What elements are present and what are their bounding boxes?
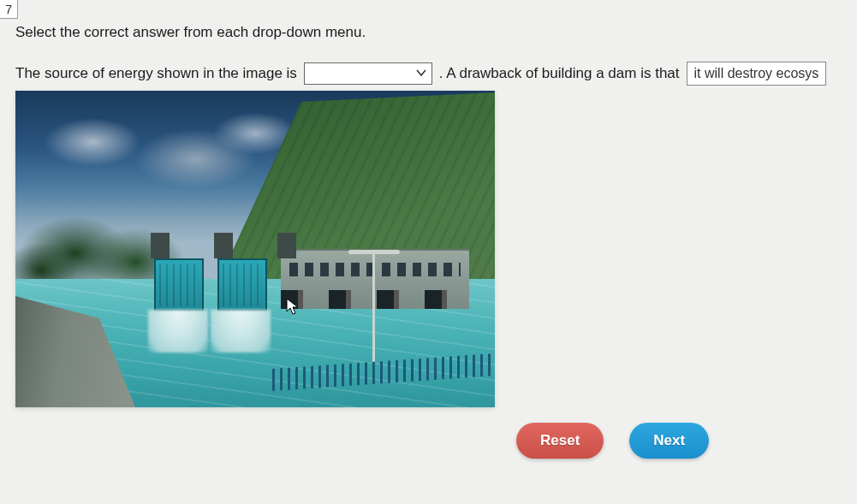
sentence-part-1: The source of energy shown in the image … [15, 65, 297, 82]
instruction-text: Select the correct answer from each drop… [15, 24, 842, 41]
fill-in-sentence: The source of energy shown in the image … [15, 62, 842, 86]
reset-button[interactable]: Reset [516, 423, 604, 459]
question-content: Select the correct answer from each drop… [0, 0, 857, 459]
dropdown-2-value: it will destroy ecosys [694, 66, 819, 81]
question-image [15, 91, 495, 407]
chevron-down-icon [416, 68, 426, 79]
question-number-badge: 7 [0, 0, 18, 19]
sentence-part-2: . A drawback of building a dam is that [439, 65, 680, 82]
drawback-dropdown[interactable]: it will destroy ecosys [687, 62, 827, 86]
next-button[interactable]: Next [629, 423, 709, 459]
action-buttons: Reset Next [516, 423, 842, 459]
energy-source-dropdown[interactable] [304, 62, 432, 85]
